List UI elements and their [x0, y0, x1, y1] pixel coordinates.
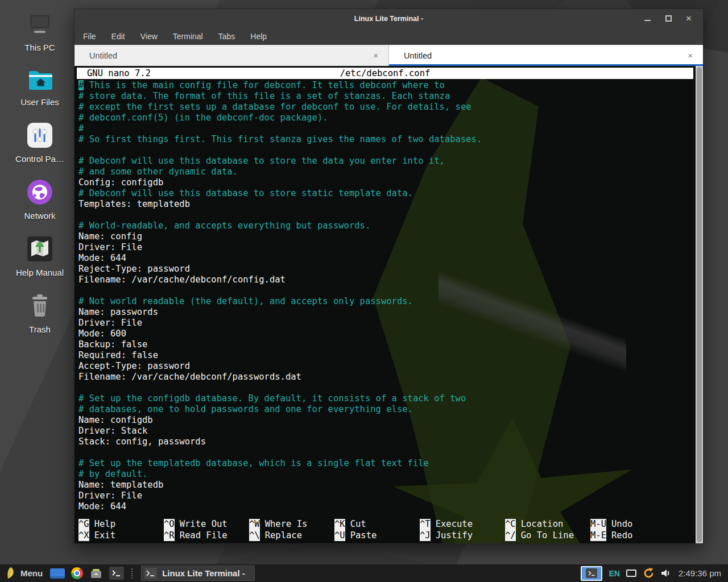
editor-line: #: [78, 123, 693, 134]
desktop-icon-label: Network: [24, 211, 55, 221]
editor-line: Driver: File: [78, 242, 693, 253]
icon-trash-icon: [26, 292, 53, 319]
desktop: This PCUser FilesControl Pa…NetworkHelp …: [0, 0, 728, 582]
shortcut-key: ^C: [505, 519, 516, 530]
nano-shortcut: ^CLocation: [505, 519, 590, 530]
menu-item-file[interactable]: File: [83, 32, 96, 41]
shortcut-key: ^J: [420, 530, 431, 542]
shortcut-column: ^CLocation^/Go To Line: [505, 519, 590, 541]
minimize-button[interactable]: [644, 15, 651, 22]
clock[interactable]: 2:49:36 pm: [677, 568, 723, 578]
start-menu-button[interactable]: Menu: [5, 567, 44, 580]
icon-help-manual-icon: [26, 235, 53, 263]
editor-line: # except the first sets up a database fo…: [78, 102, 693, 113]
desktop-icon-user-files[interactable]: User Files: [3, 67, 77, 107]
window-titlebar[interactable]: Linux Lite Terminal - ×: [75, 9, 703, 28]
nano-shortcut: ^JJustify: [420, 530, 505, 542]
editor-line: Name: passwords: [78, 307, 693, 318]
desktop-icon-network[interactable]: Network: [3, 178, 77, 221]
shortcut-label: Location: [521, 519, 564, 530]
taskbar-window-label: Linux Lite Terminal -: [162, 568, 245, 578]
keyboard-layout-indicator[interactable]: EN: [609, 569, 619, 578]
shortcut-key: ^K: [334, 519, 345, 530]
terminal-tab-2[interactable]: Untitled×: [389, 45, 703, 66]
tab-close-icon[interactable]: ×: [688, 51, 693, 60]
file-manager-icon[interactable]: [89, 567, 103, 580]
taskbar-grip-handle[interactable]: [131, 568, 134, 579]
linux-lite-feather-icon: [6, 567, 15, 580]
text-cursor: #: [78, 80, 84, 90]
tab-label: Untitled: [89, 51, 117, 60]
editor-line: Accept-Type: password: [78, 361, 693, 372]
shortcut-key: ^/: [505, 530, 516, 542]
window-title: Linux Lite Terminal -: [75, 15, 703, 23]
shortcut-label: Exit: [94, 530, 115, 542]
terminal-scrollbar[interactable]: [696, 66, 703, 543]
shortcut-label: Undo: [611, 519, 632, 530]
editor-line: Filename: /var/cache/debconf/passwords.d…: [78, 372, 693, 383]
shortcut-key: ^O: [164, 519, 175, 530]
editor-line: Required: false: [78, 350, 693, 361]
window-controls: ×: [644, 15, 703, 22]
menu-item-terminal[interactable]: Terminal: [173, 32, 203, 41]
menu-item-help[interactable]: Help: [250, 32, 267, 41]
tray-terminal-button[interactable]: [581, 566, 602, 581]
terminal-tab-1[interactable]: Untitled×: [75, 45, 389, 66]
terminal-window: Linux Lite Terminal - × FileEditViewTerm…: [74, 9, 704, 544]
scrollbar-thumb[interactable]: [697, 67, 702, 542]
desktop-icon-control-panel[interactable]: Control Pa…: [3, 122, 77, 164]
nano-shortcut: ^RRead File: [164, 530, 249, 542]
shortcut-label: Redo: [611, 530, 632, 542]
editor-line: Reject-Type: password: [78, 264, 693, 275]
close-button[interactable]: ×: [686, 15, 692, 22]
menu-item-tabs[interactable]: Tabs: [218, 32, 235, 41]
shortcut-label: Read File: [180, 530, 228, 542]
icon-this-pc-icon: [26, 11, 54, 38]
shortcut-column: ^TExecute^JJustify: [420, 519, 505, 541]
desktop-icon-label: This PC: [24, 43, 55, 52]
terminal-window-icon: [144, 568, 157, 579]
nano-shortcut: ^/Go To Line: [505, 530, 590, 542]
workspace-pager[interactable]: [50, 568, 65, 579]
editor-line: # by default.: [78, 469, 693, 480]
menu-item-view[interactable]: View: [140, 32, 158, 41]
update-notifier-icon[interactable]: [643, 567, 655, 579]
taskbar: Menu Linux Lite Terminal - EN: [0, 564, 728, 582]
maximize-button[interactable]: [665, 15, 672, 22]
editor-line: Config: configdb: [78, 177, 693, 188]
editor-line: # This is the main config file for debco…: [78, 80, 693, 91]
editor-line: [78, 447, 693, 458]
volume-icon[interactable]: [661, 568, 671, 578]
desktop-icon-help-manual[interactable]: Help Manual: [3, 235, 77, 277]
editor-line: Name: config: [78, 231, 693, 242]
taskbar-window-button[interactable]: Linux Lite Terminal -: [141, 566, 255, 581]
nano-shortcut: ^XExit: [78, 530, 164, 542]
shortcut-label: Write Out: [180, 519, 228, 530]
desktop-icon-trash[interactable]: Trash: [3, 292, 77, 334]
shortcut-label: Cut: [350, 519, 366, 530]
chrome-icon[interactable]: [71, 567, 83, 579]
editor-line: Driver: Stack: [78, 426, 693, 436]
terminal-viewport[interactable]: GNU nano 7.2 /etc/debconf.conf # This is…: [75, 66, 703, 543]
nano-shortcut: M-ERedo: [590, 530, 676, 542]
editor-line: [78, 210, 693, 221]
shortcut-key: ^W: [249, 519, 260, 530]
editor-line: Mode: 644: [78, 253, 693, 264]
shortcut-key: ^T: [420, 519, 431, 530]
nano-shortcut: ^OWrite Out: [164, 519, 249, 530]
editor-content: # This is the main config file for debco…: [77, 79, 693, 519]
editor-line: Driver: File: [78, 318, 693, 329]
terminal-launcher-icon[interactable]: [109, 567, 124, 580]
tab-close-icon[interactable]: ×: [373, 51, 378, 60]
shortcut-key: ^X: [78, 530, 89, 542]
desktop-icon-this-pc[interactable]: This PC: [3, 11, 77, 52]
menu-item-edit[interactable]: Edit: [111, 32, 125, 41]
editor-line: [78, 145, 693, 156]
desktop-icon-list: This PCUser FilesControl Pa…NetworkHelp …: [0, 0, 80, 334]
nano-shortcut: ^UPaste: [334, 530, 420, 542]
editor-line: Mode: 644: [78, 501, 693, 512]
display-settings-icon[interactable]: [626, 569, 636, 577]
nano-shortcut-bar: ^GHelp^XExit^OWrite Out^RRead File^WWher…: [77, 519, 693, 542]
shortcut-label: Justify: [436, 530, 473, 542]
shortcut-label: Replace: [265, 530, 302, 542]
